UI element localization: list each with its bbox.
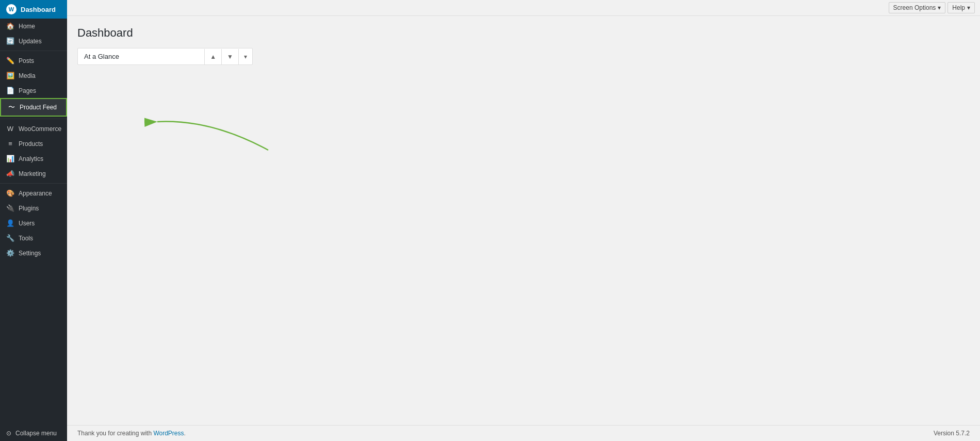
analytics-icon: 📊 <box>6 155 14 162</box>
sidebar-item-woocommerce-label: WooCommerce <box>19 125 61 133</box>
sidebar-item-analytics[interactable]: 📊 Analytics <box>0 151 67 166</box>
annotation-arrow <box>67 16 980 425</box>
version-text: Version 5.7.2 <box>934 430 970 437</box>
sidebar-item-settings[interactable]: ⚙️ Settings <box>0 246 67 260</box>
sidebar-item-plugins[interactable]: 🔌 Plugins <box>0 201 67 216</box>
wordpress-link[interactable]: WordPress <box>153 430 184 437</box>
posts-icon: ✏️ <box>6 57 14 64</box>
help-label: Help <box>952 4 965 11</box>
screen-options-button[interactable]: Screen Options ▾ <box>889 2 946 13</box>
sidebar-item-tools[interactable]: 🔧 Tools <box>0 231 67 246</box>
sidebar-item-settings-label: Settings <box>19 250 41 257</box>
widget-controls: ▲ ▼ ▾ <box>204 49 252 64</box>
media-icon: 🖼️ <box>6 72 14 79</box>
sidebar-item-appearance-label: Appearance <box>19 190 52 197</box>
sidebar-item-products[interactable]: ≡ Products <box>0 136 67 151</box>
sidebar-item-media-label: Media <box>19 72 36 79</box>
products-icon: ≡ <box>6 140 14 148</box>
sidebar-item-home-label: Home <box>19 23 35 30</box>
product-feed-icon: 〜 <box>7 103 15 112</box>
marketing-icon: 📣 <box>6 170 14 177</box>
sidebar-item-marketing[interactable]: 📣 Marketing <box>0 166 67 181</box>
sidebar-item-updates[interactable]: 🔄 Updates <box>0 34 67 48</box>
sidebar-item-analytics-label: Analytics <box>19 155 43 162</box>
footer: Thank you for creating with WordPress. V… <box>67 425 980 441</box>
screen-options-label: Screen Options <box>893 4 936 11</box>
widget-menu-button[interactable]: ▾ <box>239 49 252 64</box>
sidebar-item-media[interactable]: 🖼️ Media <box>0 68 67 83</box>
sidebar-item-pages-label: Pages <box>19 87 36 94</box>
sidebar-item-product-feed[interactable]: 〜 Product Feed <box>0 98 67 117</box>
sidebar-item-woocommerce[interactable]: W WooCommerce <box>0 121 67 136</box>
wp-logo-icon: W <box>6 4 17 14</box>
page-title: Dashboard <box>77 26 970 40</box>
main-area: Screen Options ▾ Help ▾ Dashboard At a G… <box>67 0 980 441</box>
sidebar: W Dashboard 🏠 Home 🔄 Updates ✏️ Posts 🖼️… <box>0 0 67 441</box>
sidebar-divider-3 <box>0 183 67 184</box>
sidebar-item-posts-label: Posts <box>19 57 34 64</box>
sidebar-header-label: Dashboard <box>21 6 56 13</box>
widget-title: At a Glance <box>78 48 204 64</box>
help-arrow-icon: ▾ <box>967 4 970 11</box>
tools-icon: 🔧 <box>6 234 14 242</box>
footer-text: Thank you for creating with WordPress. <box>77 430 186 437</box>
home-icon: 🏠 <box>6 22 14 30</box>
sidebar-item-product-feed-label: Product Feed <box>20 104 57 111</box>
sidebar-item-tools-label: Tools <box>19 235 33 242</box>
appearance-icon: 🎨 <box>6 189 14 197</box>
sidebar-item-appearance[interactable]: 🎨 Appearance <box>0 186 67 201</box>
sidebar-item-plugins-label: Plugins <box>19 205 39 212</box>
pages-icon: 📄 <box>6 87 14 94</box>
footer-thank-you-text: Thank you for creating with <box>77 430 153 437</box>
plugins-icon: 🔌 <box>6 204 14 212</box>
screen-options-arrow-icon: ▾ <box>938 4 941 11</box>
help-button[interactable]: Help ▾ <box>948 2 975 13</box>
sidebar-item-users[interactable]: 👤 Users <box>0 216 67 231</box>
sidebar-item-products-label: Products <box>19 140 43 148</box>
woocommerce-icon: W <box>6 125 14 133</box>
topbar: Screen Options ▾ Help ▾ <box>67 0 980 16</box>
sidebar-item-pages[interactable]: 📄 Pages <box>0 83 67 98</box>
sidebar-item-posts[interactable]: ✏️ Posts <box>0 53 67 68</box>
sidebar-divider-2 <box>0 119 67 119</box>
sidebar-item-marketing-label: Marketing <box>19 170 46 177</box>
content-area: Dashboard At a Glance ▲ ▼ ▾ <box>67 16 980 425</box>
widget-collapse-up-button[interactable]: ▲ <box>205 49 222 64</box>
users-icon: 👤 <box>6 219 14 227</box>
settings-icon: ⚙️ <box>6 249 14 257</box>
collapse-menu-label: Collapse menu <box>15 430 57 437</box>
sidebar-item-home[interactable]: 🏠 Home <box>0 19 67 34</box>
updates-icon: 🔄 <box>6 37 14 45</box>
sidebar-divider-1 <box>0 51 67 51</box>
sidebar-item-updates-label: Updates <box>19 38 42 45</box>
sidebar-header[interactable]: W Dashboard <box>0 0 67 19</box>
collapse-icon: ⊙ <box>6 430 11 437</box>
collapse-menu-button[interactable]: ⊙ Collapse menu <box>0 426 67 441</box>
sidebar-item-users-label: Users <box>19 220 35 227</box>
at-a-glance-widget: At a Glance ▲ ▼ ▾ <box>77 48 253 65</box>
widget-collapse-down-button[interactable]: ▼ <box>222 49 239 64</box>
